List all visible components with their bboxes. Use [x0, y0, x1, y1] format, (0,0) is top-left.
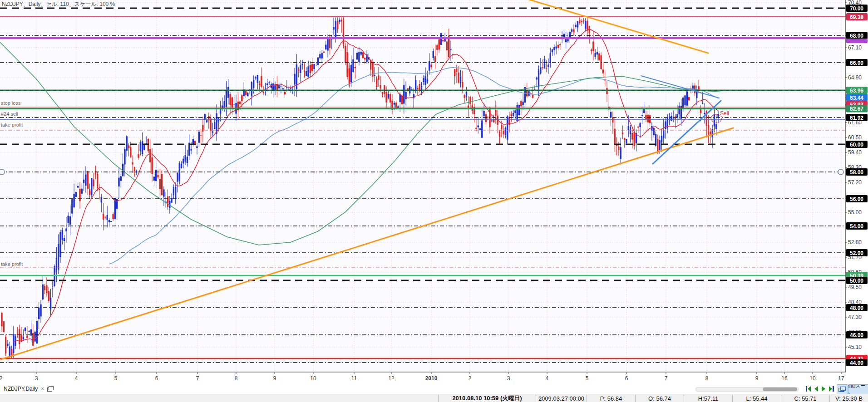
status-cell: C: 55.71 — [781, 395, 829, 402]
time-tick-label: 7 — [665, 375, 668, 382]
price-badge-label: 68.00 — [850, 33, 863, 39]
time-tick-label: 8 — [705, 375, 709, 382]
price-badge-label: 66.00 — [850, 60, 863, 66]
time-tick-label: 6 — [625, 375, 628, 382]
time-tick-label: 5 — [114, 375, 118, 382]
tile-windows-icon — [838, 387, 846, 392]
step-forward-button[interactable] — [820, 385, 827, 392]
price-badge-label: 48.00 — [850, 305, 863, 311]
time-tick-label: 10 — [310, 375, 316, 382]
price-badge-label: 46.00 — [850, 332, 863, 338]
time-tick-label: 17 — [838, 375, 844, 382]
tab-nzdjpy-daily[interactable]: NZDJPY,Daily × — [2, 385, 56, 393]
price-badge-sliver — [846, 39, 868, 43]
go-first-icon — [805, 385, 812, 392]
time-tick-label: 2010 — [425, 375, 438, 382]
go-last-icon — [828, 385, 835, 392]
chart-tab-bar: NZDJPY,Daily × — [0, 384, 868, 394]
status-cell: L: 55.44 — [732, 395, 781, 402]
scrollbar-thumb[interactable] — [763, 387, 797, 391]
price-tick-label: 57.20 — [848, 179, 862, 186]
window-cascade-icon[interactable] — [47, 386, 54, 392]
price-badge-label: 60.00 — [850, 142, 863, 148]
time-tick-label: 11 — [351, 375, 357, 382]
price-badge-label: 44.00 — [850, 360, 863, 366]
price-badge-label: 52.00 — [850, 250, 863, 256]
chart-horizontal-scrollbar[interactable] — [695, 387, 799, 392]
status-cell: H:57.11 — [684, 395, 732, 402]
status-cell: 2010.08.10 10:59 (火曜日) — [438, 395, 536, 402]
time-tick-label: 16 — [781, 375, 788, 382]
tab-label: NZDJPY,Daily — [4, 386, 38, 392]
time-tick-label: 3 — [35, 375, 38, 382]
tile-windows-button[interactable] — [837, 384, 848, 394]
price-badge-label: 56.00 — [850, 196, 863, 202]
price-tick-label: 60.50 — [848, 134, 862, 141]
price-badge-label: 54.00 — [850, 223, 863, 230]
time-tick-label: 4 — [546, 375, 549, 382]
price-tick-label: 59.40 — [848, 149, 862, 156]
time-tick-label: 2 — [469, 375, 472, 382]
time-tick-label: 7 — [196, 375, 199, 382]
line-endpoint-handle[interactable] — [838, 169, 843, 175]
price-badge-label: 63.96 — [850, 88, 863, 94]
time-tick-label: 10 — [809, 375, 816, 382]
time-tick-label: 9 — [273, 375, 276, 382]
auto-zoom-label: 自動ズーム — [848, 384, 868, 394]
price-badge-label: 61.92 — [850, 115, 863, 121]
time-tick-label: 9 — [755, 375, 759, 382]
chart-window: 70.4067.1064.9061.6060.5059.4058.3057.20… — [0, 0, 868, 402]
price-badge-label: 50.00 — [850, 278, 863, 284]
step-back-icon — [813, 385, 819, 392]
step-forward-icon — [820, 385, 827, 392]
price-badge-label: 62.67 — [850, 106, 863, 112]
status-bar: 2010.08.10 10:59 (火曜日)2009.03.27 00:00P:… — [0, 394, 868, 402]
go-first-button[interactable] — [805, 385, 812, 392]
price-tick-label: 64.90 — [848, 74, 862, 81]
time-tick-label: 5 — [586, 375, 589, 382]
price-badge-label: 58.00 — [850, 169, 863, 176]
line-endpoint-handle[interactable] — [0, 169, 5, 175]
price-tick-label: 47.30 — [848, 314, 862, 320]
status-cell: 2009.03.27 00:00 — [536, 395, 587, 402]
price-tick-label: 52.80 — [848, 239, 862, 245]
status-cell: V: 25.30 B — [829, 395, 868, 402]
status-cell: O: 56.74 — [635, 395, 684, 402]
price-tick-label: 55.00 — [848, 209, 862, 216]
price-badge-label: 63.44 — [850, 95, 863, 101]
time-tick-label: 8 — [235, 375, 238, 382]
time-tick-label: 4 — [75, 375, 78, 382]
time-tick-label: 2 — [0, 375, 3, 382]
step-back-button[interactable] — [813, 385, 819, 392]
price-chart[interactable]: 70.4067.1064.9061.6060.5059.4058.3057.20… — [0, 0, 868, 384]
tab-close-icon[interactable]: × — [41, 386, 44, 392]
status-filler — [0, 395, 438, 402]
go-last-button[interactable] — [828, 385, 835, 392]
price-tick-label: 45.10 — [848, 344, 862, 350]
auto-zoom-button[interactable]: 自動ズーム — [848, 384, 868, 394]
status-cell: P: 56.84 — [587, 395, 635, 402]
price-axis-panel — [845, 0, 868, 384]
plot-area[interactable] — [0, 0, 845, 372]
price-badge-label: 70.00 — [850, 5, 863, 12]
price-badge-label: 69.38 — [850, 14, 863, 20]
time-tick-label: 3 — [507, 375, 510, 382]
price-tick-label: 67.10 — [848, 44, 862, 51]
time-tick-label: 6 — [155, 375, 158, 382]
price-tick-label: 49.50 — [848, 284, 862, 290]
time-tick-label: 12 — [388, 375, 395, 382]
